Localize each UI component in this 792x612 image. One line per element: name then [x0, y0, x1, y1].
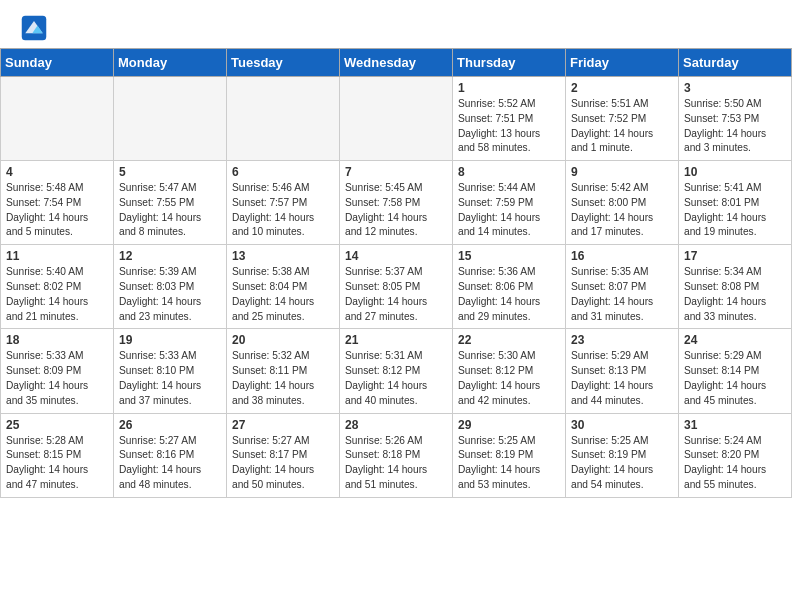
- calendar-header-thursday: Thursday: [453, 49, 566, 77]
- calendar-cell: 24Sunrise: 5:29 AM Sunset: 8:14 PM Dayli…: [679, 329, 792, 413]
- calendar-cell: 28Sunrise: 5:26 AM Sunset: 8:18 PM Dayli…: [340, 413, 453, 497]
- calendar-week-row: 25Sunrise: 5:28 AM Sunset: 8:15 PM Dayli…: [1, 413, 792, 497]
- day-number: 20: [232, 333, 334, 347]
- calendar-cell: [1, 77, 114, 161]
- calendar-cell: 9Sunrise: 5:42 AM Sunset: 8:00 PM Daylig…: [566, 161, 679, 245]
- calendar-cell: 12Sunrise: 5:39 AM Sunset: 8:03 PM Dayli…: [114, 245, 227, 329]
- calendar-cell: 19Sunrise: 5:33 AM Sunset: 8:10 PM Dayli…: [114, 329, 227, 413]
- calendar-header-saturday: Saturday: [679, 49, 792, 77]
- day-number: 1: [458, 81, 560, 95]
- calendar-cell: 25Sunrise: 5:28 AM Sunset: 8:15 PM Dayli…: [1, 413, 114, 497]
- calendar-cell: 30Sunrise: 5:25 AM Sunset: 8:19 PM Dayli…: [566, 413, 679, 497]
- day-info: Sunrise: 5:51 AM Sunset: 7:52 PM Dayligh…: [571, 97, 673, 156]
- day-number: 30: [571, 418, 673, 432]
- day-number: 7: [345, 165, 447, 179]
- calendar-cell: 29Sunrise: 5:25 AM Sunset: 8:19 PM Dayli…: [453, 413, 566, 497]
- day-number: 3: [684, 81, 786, 95]
- day-info: Sunrise: 5:27 AM Sunset: 8:17 PM Dayligh…: [232, 434, 334, 493]
- calendar-cell: 14Sunrise: 5:37 AM Sunset: 8:05 PM Dayli…: [340, 245, 453, 329]
- calendar-header-row: SundayMondayTuesdayWednesdayThursdayFrid…: [1, 49, 792, 77]
- day-info: Sunrise: 5:48 AM Sunset: 7:54 PM Dayligh…: [6, 181, 108, 240]
- day-number: 19: [119, 333, 221, 347]
- day-info: Sunrise: 5:33 AM Sunset: 8:10 PM Dayligh…: [119, 349, 221, 408]
- calendar-week-row: 11Sunrise: 5:40 AM Sunset: 8:02 PM Dayli…: [1, 245, 792, 329]
- calendar-cell: 3Sunrise: 5:50 AM Sunset: 7:53 PM Daylig…: [679, 77, 792, 161]
- calendar-cell: 10Sunrise: 5:41 AM Sunset: 8:01 PM Dayli…: [679, 161, 792, 245]
- day-number: 21: [345, 333, 447, 347]
- day-number: 4: [6, 165, 108, 179]
- calendar-cell: 31Sunrise: 5:24 AM Sunset: 8:20 PM Dayli…: [679, 413, 792, 497]
- calendar-header-tuesday: Tuesday: [227, 49, 340, 77]
- calendar-cell: 1Sunrise: 5:52 AM Sunset: 7:51 PM Daylig…: [453, 77, 566, 161]
- calendar-cell: 15Sunrise: 5:36 AM Sunset: 8:06 PM Dayli…: [453, 245, 566, 329]
- day-info: Sunrise: 5:25 AM Sunset: 8:19 PM Dayligh…: [458, 434, 560, 493]
- day-number: 10: [684, 165, 786, 179]
- day-number: 16: [571, 249, 673, 263]
- day-number: 29: [458, 418, 560, 432]
- calendar-week-row: 1Sunrise: 5:52 AM Sunset: 7:51 PM Daylig…: [1, 77, 792, 161]
- day-number: 27: [232, 418, 334, 432]
- calendar-cell: 22Sunrise: 5:30 AM Sunset: 8:12 PM Dayli…: [453, 329, 566, 413]
- day-number: 5: [119, 165, 221, 179]
- day-info: Sunrise: 5:46 AM Sunset: 7:57 PM Dayligh…: [232, 181, 334, 240]
- calendar-cell: 16Sunrise: 5:35 AM Sunset: 8:07 PM Dayli…: [566, 245, 679, 329]
- day-info: Sunrise: 5:36 AM Sunset: 8:06 PM Dayligh…: [458, 265, 560, 324]
- day-info: Sunrise: 5:24 AM Sunset: 8:20 PM Dayligh…: [684, 434, 786, 493]
- calendar-cell: 5Sunrise: 5:47 AM Sunset: 7:55 PM Daylig…: [114, 161, 227, 245]
- day-info: Sunrise: 5:31 AM Sunset: 8:12 PM Dayligh…: [345, 349, 447, 408]
- day-number: 14: [345, 249, 447, 263]
- day-number: 22: [458, 333, 560, 347]
- calendar-cell: 23Sunrise: 5:29 AM Sunset: 8:13 PM Dayli…: [566, 329, 679, 413]
- calendar-cell: 8Sunrise: 5:44 AM Sunset: 7:59 PM Daylig…: [453, 161, 566, 245]
- calendar-header-friday: Friday: [566, 49, 679, 77]
- day-number: 13: [232, 249, 334, 263]
- day-info: Sunrise: 5:39 AM Sunset: 8:03 PM Dayligh…: [119, 265, 221, 324]
- header: [0, 0, 792, 48]
- day-info: Sunrise: 5:30 AM Sunset: 8:12 PM Dayligh…: [458, 349, 560, 408]
- calendar-cell: 6Sunrise: 5:46 AM Sunset: 7:57 PM Daylig…: [227, 161, 340, 245]
- day-info: Sunrise: 5:45 AM Sunset: 7:58 PM Dayligh…: [345, 181, 447, 240]
- day-number: 2: [571, 81, 673, 95]
- calendar-week-row: 18Sunrise: 5:33 AM Sunset: 8:09 PM Dayli…: [1, 329, 792, 413]
- calendar-header-sunday: Sunday: [1, 49, 114, 77]
- day-number: 17: [684, 249, 786, 263]
- day-number: 31: [684, 418, 786, 432]
- day-info: Sunrise: 5:26 AM Sunset: 8:18 PM Dayligh…: [345, 434, 447, 493]
- day-info: Sunrise: 5:29 AM Sunset: 8:13 PM Dayligh…: [571, 349, 673, 408]
- day-number: 24: [684, 333, 786, 347]
- calendar-header-wednesday: Wednesday: [340, 49, 453, 77]
- day-number: 11: [6, 249, 108, 263]
- day-info: Sunrise: 5:52 AM Sunset: 7:51 PM Dayligh…: [458, 97, 560, 156]
- day-number: 6: [232, 165, 334, 179]
- calendar-cell: 26Sunrise: 5:27 AM Sunset: 8:16 PM Dayli…: [114, 413, 227, 497]
- day-number: 25: [6, 418, 108, 432]
- calendar-cell: 18Sunrise: 5:33 AM Sunset: 8:09 PM Dayli…: [1, 329, 114, 413]
- day-info: Sunrise: 5:38 AM Sunset: 8:04 PM Dayligh…: [232, 265, 334, 324]
- calendar-cell: 7Sunrise: 5:45 AM Sunset: 7:58 PM Daylig…: [340, 161, 453, 245]
- day-number: 15: [458, 249, 560, 263]
- day-info: Sunrise: 5:27 AM Sunset: 8:16 PM Dayligh…: [119, 434, 221, 493]
- day-info: Sunrise: 5:37 AM Sunset: 8:05 PM Dayligh…: [345, 265, 447, 324]
- calendar-cell: 2Sunrise: 5:51 AM Sunset: 7:52 PM Daylig…: [566, 77, 679, 161]
- day-number: 18: [6, 333, 108, 347]
- day-number: 23: [571, 333, 673, 347]
- calendar-week-row: 4Sunrise: 5:48 AM Sunset: 7:54 PM Daylig…: [1, 161, 792, 245]
- day-info: Sunrise: 5:32 AM Sunset: 8:11 PM Dayligh…: [232, 349, 334, 408]
- day-info: Sunrise: 5:28 AM Sunset: 8:15 PM Dayligh…: [6, 434, 108, 493]
- day-info: Sunrise: 5:25 AM Sunset: 8:19 PM Dayligh…: [571, 434, 673, 493]
- calendar-cell: [227, 77, 340, 161]
- day-info: Sunrise: 5:29 AM Sunset: 8:14 PM Dayligh…: [684, 349, 786, 408]
- day-info: Sunrise: 5:42 AM Sunset: 8:00 PM Dayligh…: [571, 181, 673, 240]
- calendar-cell: 13Sunrise: 5:38 AM Sunset: 8:04 PM Dayli…: [227, 245, 340, 329]
- calendar-cell: [340, 77, 453, 161]
- day-number: 12: [119, 249, 221, 263]
- calendar-cell: 20Sunrise: 5:32 AM Sunset: 8:11 PM Dayli…: [227, 329, 340, 413]
- day-info: Sunrise: 5:47 AM Sunset: 7:55 PM Dayligh…: [119, 181, 221, 240]
- day-number: 9: [571, 165, 673, 179]
- calendar-cell: 4Sunrise: 5:48 AM Sunset: 7:54 PM Daylig…: [1, 161, 114, 245]
- day-number: 8: [458, 165, 560, 179]
- day-info: Sunrise: 5:35 AM Sunset: 8:07 PM Dayligh…: [571, 265, 673, 324]
- day-info: Sunrise: 5:41 AM Sunset: 8:01 PM Dayligh…: [684, 181, 786, 240]
- day-info: Sunrise: 5:34 AM Sunset: 8:08 PM Dayligh…: [684, 265, 786, 324]
- calendar-cell: 11Sunrise: 5:40 AM Sunset: 8:02 PM Dayli…: [1, 245, 114, 329]
